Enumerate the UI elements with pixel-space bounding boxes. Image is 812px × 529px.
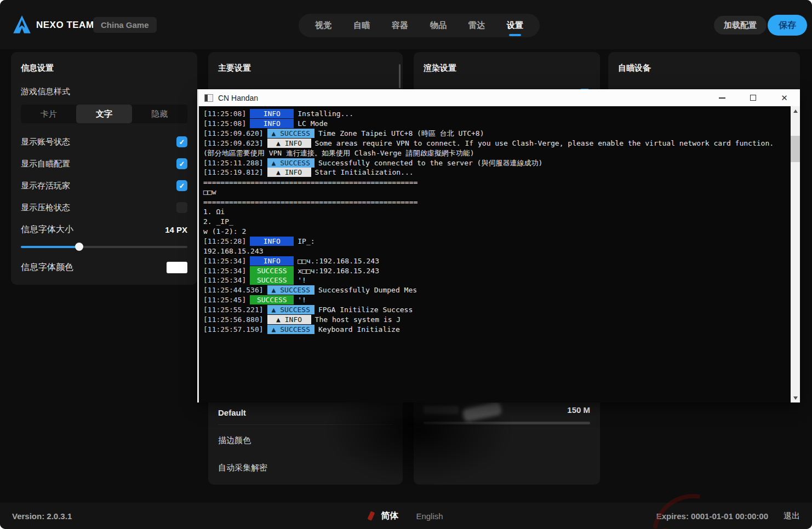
toggle-label: 显示账号状态: [21, 137, 70, 147]
maximize-icon: [750, 95, 756, 101]
console-line: [11:25:19.812]▲ INFOStart Initialization…: [203, 168, 784, 177]
console-line: w (1-2): 2: [203, 227, 784, 237]
console-line: [11:25:11.288]▲ SUCCESSSuccessfully conn…: [203, 158, 784, 168]
console-line: [11:25:34]SUCCESSx□□ч:192.168.15.243: [203, 266, 784, 276]
info-style-segmented-control: 卡片文字隐藏: [21, 105, 187, 123]
nav-tabs: 视觉自瞄容器物品雷达设置: [299, 14, 540, 37]
log-level-badge: ▲ SUCCESS: [267, 305, 314, 314]
brand-name: NEXO TEAM: [36, 20, 94, 31]
log-timestamp: [11:25:56.880]: [203, 315, 264, 324]
toggle-row: 显示压枪状态: [21, 197, 187, 219]
log-level-badge: INFO: [250, 237, 294, 246]
toggle-row: 显示自瞄配置✓: [21, 153, 187, 175]
log-level-badge: INFO: [250, 256, 294, 266]
nav-tab-容器[interactable]: 容器: [392, 20, 408, 31]
log-message: Time Zone Taipei UTC+8 (時區 台北 UTC+8): [318, 129, 484, 137]
console-line: [11:25:09.623]▲ INFOSome areas require V…: [203, 139, 784, 158]
maximize-button[interactable]: [737, 89, 769, 106]
log-message: IP_:: [298, 237, 314, 245]
checkbox[interactable]: ✓: [176, 136, 187, 147]
log-level-badge: ▲ INFO: [267, 315, 311, 324]
log-timestamp: [11:25:34]: [203, 257, 246, 265]
log-timestamp: [11:25:28]: [203, 237, 246, 245]
log-timestamp: [11:25:55.221]: [203, 306, 264, 314]
log-level-badge: SUCCESS: [250, 295, 294, 304]
log-message: The host system is J: [315, 315, 401, 324]
scrollbar-thumb[interactable]: [791, 136, 800, 162]
window-controls: ✕: [706, 89, 800, 106]
scroll-up-icon: [793, 110, 798, 113]
log-timestamp: [11:25:44.536]: [203, 286, 264, 294]
console-line: [11:25:34]INFO□□ч.:192.168.15.243: [203, 256, 784, 266]
scroll-down-icon: [793, 396, 798, 400]
load-config-button[interactable]: 加载配置: [714, 16, 767, 34]
style-option-隐藏[interactable]: 隐藏: [132, 105, 187, 123]
panel-title: 自瞄设备: [618, 63, 790, 73]
console-line: [11:25:09.620]▲ SUCCESSTime Zone Taipei …: [203, 129, 784, 139]
font-color-swatch[interactable]: [167, 262, 187, 273]
log-timestamp: [11:25:08]: [203, 110, 246, 118]
log-message: LC Mode: [298, 119, 328, 128]
app-root: NEXO TEAM China Game 视觉自瞄容器物品雷达设置 加载配置 保…: [0, 0, 812, 529]
checkbox[interactable]: [176, 202, 187, 213]
font-size-slider[interactable]: [21, 243, 187, 251]
console-line: 192.168.15.243: [203, 246, 784, 256]
log-level-badge: ▲ SUCCESS: [267, 285, 314, 295]
save-button[interactable]: 保存: [768, 15, 807, 36]
console-line: [11:25:28]INFOIP_:: [203, 237, 784, 246]
log-level-badge: ▲ INFO: [267, 168, 311, 177]
panel-title: 信息设置: [21, 63, 187, 73]
log-level-badge: SUCCESS: [250, 275, 294, 285]
nav-tab-物品[interactable]: 物品: [430, 20, 447, 31]
log-message: Start Initialization...: [315, 168, 414, 176]
scroll-up-button[interactable]: [791, 106, 800, 116]
toggle-label: 显示存活玩家: [21, 181, 70, 191]
info-settings-panel: 信息设置 游戏信息样式 卡片文字隐藏 显示账号状态✓显示自瞄配置✓显示存活玩家✓…: [11, 52, 197, 285]
panel-scrollbar[interactable]: [399, 64, 401, 88]
lang-simplified-button[interactable]: 简体: [381, 510, 398, 522]
close-button[interactable]: ✕: [769, 89, 800, 106]
nav-tab-视觉[interactable]: 视觉: [315, 20, 331, 31]
style-option-卡片[interactable]: 卡片: [21, 105, 76, 123]
log-timestamp: [11:25:34]: [203, 276, 246, 284]
minimize-button[interactable]: [706, 89, 737, 106]
console-scrollbar[interactable]: [791, 106, 800, 403]
scroll-down-button[interactable]: [791, 393, 800, 403]
console-line: □□w: [203, 187, 784, 197]
watermark-red-mark: [367, 511, 375, 521]
logout-button[interactable]: 退出: [784, 511, 800, 521]
log-level-badge: ▲ SUCCESS: [267, 158, 314, 168]
panel-title: 渲染设置: [424, 63, 590, 73]
checkbox[interactable]: ✓: [176, 158, 187, 169]
brand-tag: China Game: [93, 17, 157, 33]
console-body: [11:25:08]INFOInstalling...[11:25:08]INF…: [199, 106, 800, 403]
font-color-label: 信息字体颜色: [21, 262, 73, 273]
style-option-文字[interactable]: 文字: [76, 105, 131, 123]
checkbox[interactable]: ✓: [176, 180, 187, 191]
log-timestamp: [11:25:45]: [203, 296, 246, 304]
slider-fill: [21, 246, 79, 248]
console-line: [11:25:34]SUCCESS'!: [203, 275, 784, 285]
log-level-badge: SUCCESS: [250, 266, 294, 275]
console-line: [11:25:08]INFOLC Mode: [203, 119, 784, 129]
panel-title: 主要设置: [218, 63, 393, 73]
console-line: 2. _IP_: [203, 217, 784, 227]
nav-tab-雷达[interactable]: 雷达: [468, 20, 485, 31]
log-message: Successfully Dumped Mes: [318, 286, 417, 294]
nav-tab-自瞄[interactable]: 自瞄: [353, 20, 370, 31]
log-timestamp: [11:25:19.812]: [203, 168, 264, 176]
log-level-badge: INFO: [250, 119, 294, 128]
console-titlebar[interactable]: CN Handan ✕: [199, 89, 800, 106]
console-line: [11:25:45]SUCCESS'!: [203, 295, 784, 305]
active-tab-underline: [509, 34, 521, 36]
log-message: Installing...: [298, 110, 353, 118]
toggle-row: 显示存活玩家✓: [21, 175, 187, 197]
toggle-label: 显示自瞄配置: [21, 159, 70, 169]
slider-thumb[interactable]: [75, 243, 83, 251]
nav-tab-设置[interactable]: 设置: [507, 20, 523, 31]
log-timestamp: [11:25:08]: [203, 119, 246, 128]
lang-english-button[interactable]: English: [416, 511, 443, 521]
brand-logo-icon: [12, 15, 32, 34]
log-message: x□□ч:192.168.15.243: [298, 267, 379, 275]
sidebar-toggles: 显示账号状态✓显示自瞄配置✓显示存活玩家✓显示压枪状态: [21, 131, 187, 219]
